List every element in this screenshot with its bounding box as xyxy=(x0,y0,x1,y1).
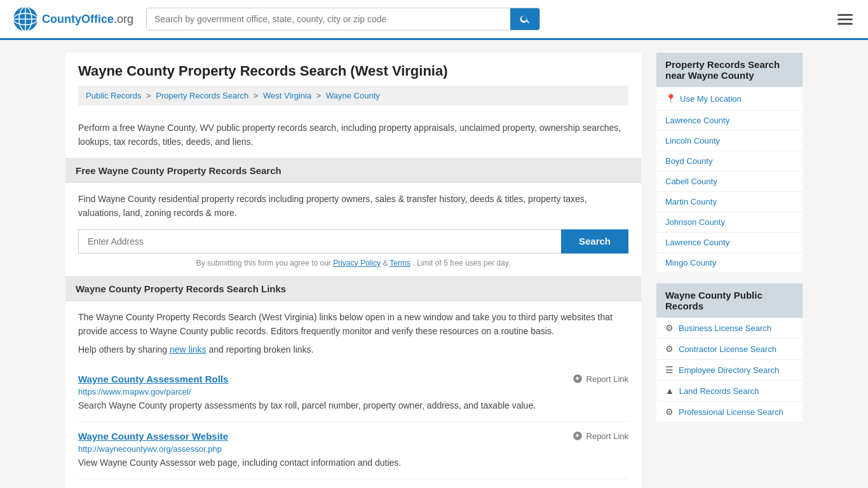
breadcrumb: Public Records > Property Records Search… xyxy=(78,86,628,105)
nearby-county-link-7[interactable]: Mingo County xyxy=(665,258,716,268)
menu-bar-2 xyxy=(837,18,853,20)
nearby-county-7[interactable]: Mingo County xyxy=(656,253,803,273)
header-search-button[interactable] xyxy=(510,8,539,30)
links-share-text: Help others by sharing xyxy=(78,344,167,355)
public-link-3[interactable]: ▲ Land Records Search xyxy=(656,381,803,402)
nearby-county-link-5[interactable]: Johnson County xyxy=(665,217,725,227)
logo-icon xyxy=(13,6,38,32)
menu-button[interactable] xyxy=(835,9,855,30)
header-search-input[interactable] xyxy=(147,8,510,30)
nearby-county-6[interactable]: Lawrence County xyxy=(656,233,803,253)
address-form: Search xyxy=(78,229,628,254)
address-search-section: Find Wayne County residential property r… xyxy=(65,183,641,276)
report-link-btn-1[interactable]: Report Link xyxy=(573,431,628,441)
links-section: The Wayne County Property Records Search… xyxy=(65,301,641,488)
report-link-btn-0[interactable]: Report Link xyxy=(573,374,628,384)
public-records-box-content: ⚙ Business License Search ⚙ Contractor L… xyxy=(656,318,803,423)
new-links-link[interactable]: new links xyxy=(170,344,207,355)
nearby-county-link-3[interactable]: Cabell County xyxy=(665,177,717,186)
breadcrumb-property-records-search[interactable]: Property Records Search xyxy=(156,91,248,100)
nearby-county-link-4[interactable]: Martin County xyxy=(665,197,717,207)
menu-bar-1 xyxy=(837,14,853,16)
header-search-bar xyxy=(146,8,540,30)
page-title-area: Wayne County Property Records Search (We… xyxy=(65,53,641,112)
address-input[interactable] xyxy=(78,229,561,254)
nearby-sidebar-box: Property Records Search near Wayne Count… xyxy=(656,53,803,273)
breadcrumb-wayne-county[interactable]: Wayne County xyxy=(326,91,380,100)
page-title: Wayne County Property Records Search (We… xyxy=(78,63,628,79)
logo-text: CountyOffice.org xyxy=(42,13,133,26)
search-icon xyxy=(519,13,531,25)
privacy-policy-link[interactable]: Privacy Policy xyxy=(333,259,381,268)
breadcrumb-sep-1: > xyxy=(146,91,153,100)
record-item-1: Wayne County Assessor Website Report Lin… xyxy=(78,422,628,479)
main-wrapper: Wayne County Property Records Search (We… xyxy=(53,40,815,488)
nearby-county-link-2[interactable]: Boyd County xyxy=(665,156,712,166)
public-link-label-4[interactable]: Professional License Search xyxy=(679,407,783,417)
disclaimer-text: By submitting this form you agree to our xyxy=(196,259,331,268)
nearby-county-0[interactable]: Lawrence County xyxy=(656,111,803,131)
public-link-1[interactable]: ⚙ Contractor License Search xyxy=(656,339,803,360)
contractor-license-icon: ⚙ xyxy=(665,344,674,354)
use-location-link[interactable]: Use My Location xyxy=(680,94,742,104)
nearby-county-2[interactable]: Boyd County xyxy=(656,151,803,172)
nearby-county-link-1[interactable]: Lincoln County xyxy=(665,136,720,146)
public-link-label-0[interactable]: Business License Search xyxy=(679,323,771,333)
business-license-icon: ⚙ xyxy=(665,323,674,333)
nearby-county-link-6[interactable]: Lawrence County xyxy=(665,238,729,247)
logo[interactable]: CountyOffice.org xyxy=(13,6,133,32)
land-records-icon: ▲ xyxy=(665,386,674,396)
public-link-0[interactable]: ⚙ Business License Search xyxy=(656,318,803,339)
record-item-0: Wayne County Assessment Rolls Report Lin… xyxy=(78,365,628,422)
breadcrumb-west-virginia[interactable]: West Virginia xyxy=(263,91,311,100)
public-records-sidebar-box: Wayne County Public Records ⚙ Business L… xyxy=(656,283,803,423)
address-search-button[interactable]: Search xyxy=(561,229,628,254)
nearby-county-3[interactable]: Cabell County xyxy=(656,172,803,192)
content-area: Wayne County Property Records Search (We… xyxy=(65,53,641,488)
nearby-county-4[interactable]: Martin County xyxy=(656,192,803,212)
nearby-county-1[interactable]: Lincoln County xyxy=(656,131,803,151)
record-url-0[interactable]: https://www.mapwv.gov/parcel/ xyxy=(78,387,628,396)
record-title-1[interactable]: Wayne County Assessor Website xyxy=(78,431,228,442)
links-share: Help others by sharing new links and rep… xyxy=(78,344,628,355)
terms-link[interactable]: Terms xyxy=(390,259,410,268)
pin-icon: 📍 xyxy=(665,93,676,104)
disclaimer-suffix: . Limit of 5 free uses per day. xyxy=(412,259,510,268)
public-records-header: Wayne County Public Records xyxy=(656,283,803,318)
records-list: Wayne County Assessment Rolls Report Lin… xyxy=(78,365,628,479)
nearby-box-content: 📍 Use My Location Lawrence County Lincol… xyxy=(656,87,803,273)
links-section-header: Wayne County Property Records Search Lin… xyxy=(65,276,641,301)
public-link-label-1[interactable]: Contractor License Search xyxy=(679,344,776,354)
report-icon-1 xyxy=(573,431,583,441)
breadcrumb-sep-2: > xyxy=(254,91,261,100)
links-share-suffix-text: and reporting broken links. xyxy=(208,344,313,355)
record-url-1[interactable]: http://waynecountywv.org/assessor.php xyxy=(78,444,628,454)
header: CountyOffice.org xyxy=(0,0,868,40)
nearby-header: Property Records Search near Wayne Count… xyxy=(656,53,803,87)
report-label-0: Report Link xyxy=(587,374,628,384)
report-icon-0 xyxy=(573,374,583,384)
record-title-0[interactable]: Wayne County Assessment Rolls xyxy=(78,374,228,384)
employee-directory-icon: ☰ xyxy=(665,365,674,375)
nearby-county-link-0[interactable]: Lawrence County xyxy=(665,116,729,125)
report-label-1: Report Link xyxy=(587,431,628,441)
public-link-label-2[interactable]: Employee Directory Search xyxy=(679,365,779,375)
record-link-header-0: Wayne County Assessment Rolls Report Lin… xyxy=(78,374,628,384)
free-search-header: Free Wayne County Property Records Searc… xyxy=(65,158,641,183)
address-search-desc: Find Wayne County residential property r… xyxy=(78,192,628,220)
nearby-county-5[interactable]: Johnson County xyxy=(656,212,803,233)
public-link-2[interactable]: ☰ Employee Directory Search xyxy=(656,360,803,381)
record-desc-0: Search Wayne County property assessments… xyxy=(78,399,628,412)
page-description: Perform a free Wayne County, WV public p… xyxy=(65,112,641,158)
record-link-header-1: Wayne County Assessor Website Report Lin… xyxy=(78,431,628,442)
sidebar: Property Records Search near Wayne Count… xyxy=(656,53,803,488)
record-desc-1: View Wayne County Assessor web page, inc… xyxy=(78,456,628,470)
links-desc: The Wayne County Property Records Search… xyxy=(78,310,628,339)
public-link-4[interactable]: ⚙ Professional License Search xyxy=(656,402,803,423)
public-link-label-3[interactable]: Land Records Search xyxy=(679,386,759,396)
professional-license-icon: ⚙ xyxy=(665,407,674,417)
use-location-item[interactable]: 📍 Use My Location xyxy=(656,87,803,111)
breadcrumb-public-records[interactable]: Public Records xyxy=(86,91,141,100)
menu-bar-3 xyxy=(837,23,853,25)
breadcrumb-sep-3: > xyxy=(316,91,323,100)
